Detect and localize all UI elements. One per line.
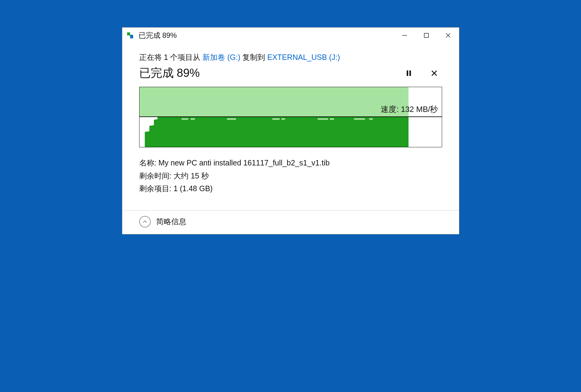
progress-row: 已完成 89% [139, 65, 442, 81]
window-title: 已完成 89% [139, 31, 394, 40]
name-label: 名称: [139, 158, 159, 167]
pause-button[interactable] [403, 68, 414, 79]
speed-label-prefix: 速度: [381, 105, 401, 114]
titlebar: 已完成 89% [122, 28, 459, 43]
speed-label: 速度: 132 MB/秒 [381, 104, 438, 115]
items-value: 1 (1.48 GB) [173, 184, 212, 193]
svg-rect-1 [424, 33, 428, 38]
speed-label-value: 132 MB/秒 [401, 105, 438, 114]
copy-description: 正在将 1 个项目从 新加卷 (G:) 复制到 EXTERNAL_USB (J:… [139, 52, 442, 62]
footer: 简略信息 [122, 210, 459, 234]
copy-transfer-icon [127, 32, 134, 39]
source-link[interactable]: 新加卷 (G:) [202, 53, 240, 61]
time-label: 剩余时间: [139, 172, 174, 180]
detail-items-remaining: 剩余项目: 1 (1.48 GB) [139, 182, 442, 195]
minimize-button[interactable] [394, 28, 415, 43]
destination-link[interactable]: EXTERNAL_USB (J:) [267, 53, 340, 61]
maximize-button[interactable] [415, 28, 437, 43]
items-label: 剩余项目: [139, 184, 174, 193]
toggle-details-label[interactable]: 简略信息 [156, 217, 186, 227]
svg-rect-5 [409, 70, 411, 76]
copy-prefix: 正在将 1 个项目从 [139, 53, 203, 61]
time-value: 大约 15 秒 [173, 172, 209, 180]
copy-middle: 复制到 [240, 53, 267, 61]
speed-chart: 速度: 132 MB/秒 [139, 87, 442, 147]
dialog-body: 正在将 1 个项目从 新加卷 (G:) 复制到 EXTERNAL_USB (J:… [122, 43, 459, 198]
chevron-up-icon [143, 219, 147, 224]
toggle-details-button[interactable] [139, 216, 151, 227]
close-button[interactable] [437, 28, 459, 43]
svg-rect-4 [407, 70, 408, 76]
detail-time-remaining: 剩余时间: 大约 15 秒 [139, 169, 442, 182]
progress-controls [403, 68, 442, 79]
progress-heading: 已完成 89% [139, 65, 200, 81]
name-value: My new PC anti installed 161117_full_b2_… [158, 158, 330, 167]
detail-name: 名称: My new PC anti installed 161117_full… [139, 156, 442, 169]
copy-progress-dialog: 已完成 89% 正在将 1 个项目从 新加卷 (G:) 复制到 EXTERNAL… [122, 27, 459, 234]
speed-baseline [140, 116, 442, 117]
cancel-button[interactable] [429, 68, 440, 79]
details: 名称: My new PC anti installed 161117_full… [139, 156, 442, 195]
speed-area [140, 117, 409, 147]
